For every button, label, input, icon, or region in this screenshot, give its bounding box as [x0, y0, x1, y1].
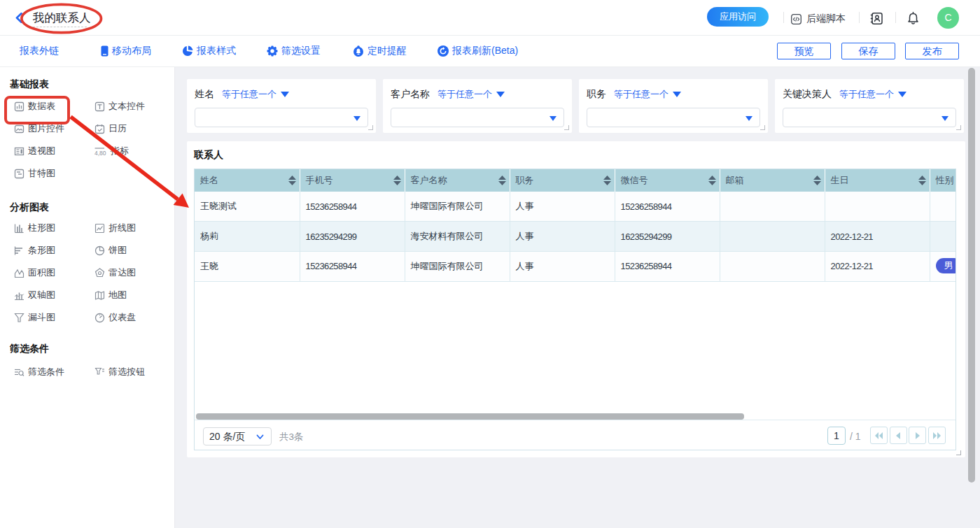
- svg-text:4,80: 4,80: [94, 150, 106, 157]
